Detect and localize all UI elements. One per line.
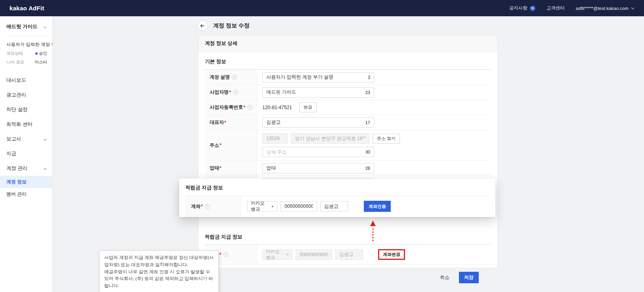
notice-label: 공지사항 <box>509 5 527 11</box>
account-desc-input-wrap: 3 <box>262 72 374 83</box>
popup-account-number-wrap <box>281 201 317 211</box>
account-desc-input[interactable] <box>266 75 365 80</box>
ceo-char-count: 17 <box>365 120 370 125</box>
back-button[interactable] <box>197 21 208 31</box>
chevron-up-icon <box>43 166 47 171</box>
business-name-label: 사업자명* ? <box>205 85 257 100</box>
business-type-char-count: 28 <box>365 166 370 171</box>
info-icon[interactable]: ? <box>233 90 238 95</box>
card-header: 계정 정보 상세 <box>199 35 497 52</box>
account-status-row: 계정상태 승인 <box>0 49 52 58</box>
street-address-input <box>295 136 365 141</box>
adfit-guide-label: 애드핏 가이드 <box>6 23 37 30</box>
account-desc-row: 계정 설명 ? 3 <box>205 70 491 85</box>
sidebar-item-block-settings[interactable]: 차단 설정 <box>0 102 52 117</box>
address-row: 주소* 주소 찾기 30 <box>205 130 491 161</box>
business-type-row: 업태* 28 <box>205 161 491 176</box>
sidebar-item-dashboard[interactable]: 대시보드 <box>0 73 52 88</box>
account-desc-label: 계정 설명 ? <box>205 70 257 85</box>
account-status-value: 승인 <box>35 51 47 56</box>
address-search-button[interactable]: 주소 찾기 <box>373 134 400 144</box>
popup-account-label: 계좌* ? <box>185 196 241 217</box>
payout-section-title: 적립금 지급 정보 <box>205 229 491 245</box>
popup-account-row: 계좌* ? 카카오뱅크 ▼ 계좌인증 <box>185 196 489 217</box>
popup-title: 적립금 지급 정보 <box>185 179 489 196</box>
sidebar-item-payment[interactable]: 지급 <box>0 146 52 161</box>
topbar: kakao AdFit 공지사항 N 고객센터 adfit*****@test.… <box>0 0 644 16</box>
account-desc-char-count: 3 <box>368 75 370 80</box>
business-name-char-count: 23 <box>365 90 370 95</box>
account-role-row: 나의 권한 마스터 <box>0 58 52 67</box>
help-center-link[interactable]: 고객센터 <box>547 5 565 11</box>
card-title: 계정 정보 상세 <box>205 40 237 47</box>
address-detail-input[interactable] <box>266 149 363 155</box>
kakao-adfit-logo[interactable]: kakao AdFit <box>10 5 44 12</box>
ceo-input[interactable] <box>266 120 363 125</box>
account-description: 사용자가 입력한 계정 부가 ... <box>0 36 52 49</box>
sidebar-item-adfit-guide[interactable]: 애드핏 가이드 <box>0 16 52 36</box>
sidebar-item-account-management[interactable]: 계정 관리 <box>0 161 52 176</box>
payout-bank-select: 카카오뱅크 ▼ <box>262 250 292 260</box>
help-center-label: 고객센터 <box>547 5 565 11</box>
cancel-button[interactable]: 취소 <box>440 274 449 281</box>
sidebar-item-ad-management[interactable]: 광고관리 <box>0 88 52 102</box>
payout-holder-input <box>339 252 359 257</box>
business-number-row: 사업자등록번호* ? 120-81-47521 변경 <box>205 100 491 115</box>
account-holder-tooltip: 사업자 계정의 지급 계좌 예금주명은 정산 대상자명(사업자명) 또는 대표자… <box>99 250 219 292</box>
notice-link[interactable]: 공지사항 N <box>509 5 535 11</box>
ceo-input-wrap: 17 <box>262 117 374 128</box>
info-icon[interactable]: ? <box>247 105 252 110</box>
business-name-input-wrap: 23 <box>262 87 374 98</box>
business-name-input[interactable] <box>266 90 363 95</box>
card-body: 기본 정보 계정 설명 ? 3 사업자명* ? <box>199 52 497 265</box>
chevron-down-icon <box>43 136 47 142</box>
payout-info-popup: 적립금 지급 정보 계좌* ? 카카오뱅크 ▼ 계좌인증 <box>179 179 495 217</box>
sidebar-item-reports[interactable]: 보고서 <box>0 132 52 146</box>
business-number-value: 120-81-47521 <box>262 105 292 110</box>
new-badge: N <box>530 6 535 11</box>
info-icon[interactable]: ? <box>224 252 229 257</box>
postal-code-input-wrap <box>262 133 288 144</box>
info-icon[interactable]: ? <box>205 204 210 209</box>
ceo-row: 대표자* 17 <box>205 115 491 130</box>
postal-code-input <box>266 136 284 141</box>
business-type-label: 업태* <box>205 161 257 175</box>
account-info-card: 계정 정보 상세 기본 정보 계정 설명 ? 3 사업자명* ? <box>198 35 498 268</box>
address-detail-char-count: 30 <box>365 150 370 154</box>
popup-bank-select[interactable]: 카카오뱅크 ▼ <box>247 201 277 211</box>
business-name-row: 사업자명* ? 23 <box>205 85 491 100</box>
basic-info-section-title: 기본 정보 <box>205 52 491 70</box>
topbar-right: 공지사항 N 고객센터 adfit*****@test.kakao.com <box>509 5 634 11</box>
chevron-down-icon <box>43 24 47 30</box>
sidebar-item-member-management[interactable]: 멤버 관리 <box>0 188 52 200</box>
change-account-button[interactable]: 계좌변경 <box>383 252 400 257</box>
status-dot-icon <box>35 52 38 55</box>
info-icon[interactable]: ? <box>232 75 237 80</box>
popup-holder-wrap <box>320 201 348 211</box>
arrow-left-icon <box>200 22 205 29</box>
verify-account-button[interactable]: 계좌인증 <box>364 201 391 212</box>
caret-down-icon: ▼ <box>286 253 289 256</box>
address-detail-input-wrap: 30 <box>262 147 374 157</box>
payout-account-number-wrap <box>296 250 332 260</box>
red-arrow-annotation <box>369 221 376 243</box>
caret-down-icon: ▼ <box>271 205 274 208</box>
business-number-label: 사업자등록번호* ? <box>205 100 257 115</box>
popup-account-number-input[interactable] <box>285 204 313 209</box>
sidebar-item-account-info[interactable]: 계정 정보 <box>0 176 52 188</box>
business-type-input[interactable] <box>266 165 363 171</box>
popup-holder-input[interactable] <box>324 204 344 209</box>
account-role-value: 마스터 <box>35 60 48 65</box>
account-menu[interactable]: adfit*****@test.kakao.com <box>576 6 634 11</box>
account-role-label: 나의 권한 <box>6 60 24 65</box>
sidebar-item-optimization-center[interactable]: 최적화 센터 <box>0 117 52 132</box>
ceo-label: 대표자* <box>205 115 257 130</box>
payout-account-number-input <box>300 252 328 257</box>
sidebar: 애드핏 가이드 사용자가 입력한 계정 부가 ... 계정상태 승인 나의 권한… <box>0 16 53 292</box>
save-button[interactable]: 저장 <box>459 272 479 283</box>
chevron-down-icon <box>631 7 634 10</box>
change-business-number-button[interactable]: 변경 <box>299 102 317 112</box>
change-account-button-highlight[interactable]: 계좌변경 <box>378 249 405 260</box>
page-title: 계정 정보 수정 <box>213 22 250 29</box>
account-email: adfit*****@test.kakao.com <box>576 6 629 11</box>
